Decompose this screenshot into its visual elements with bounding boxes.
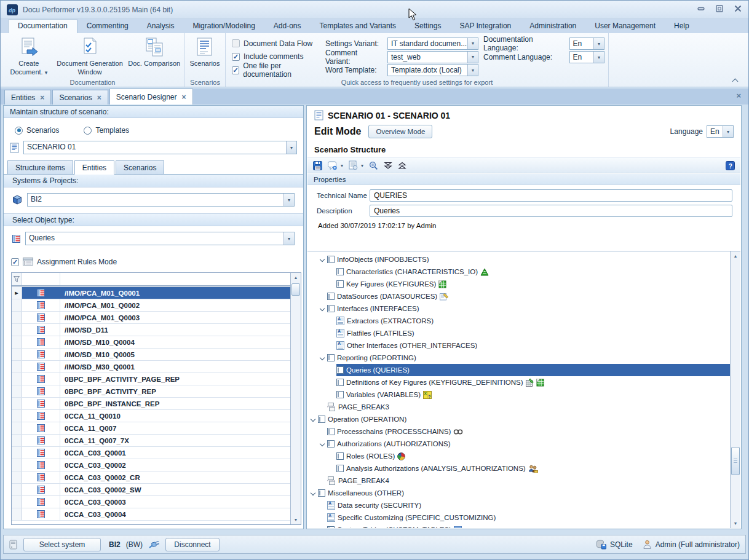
- expand-all-icon[interactable]: [384, 161, 392, 170]
- table-row[interactable]: 0CCA_C03_Q0001: [12, 447, 290, 459]
- radio-templates[interactable]: Templates: [84, 126, 129, 135]
- doc-tab-entities[interactable]: Entities×: [4, 90, 51, 105]
- scenarios-button[interactable]: Scenarios: [185, 35, 224, 77]
- combo-comment-language[interactable]: En▾: [569, 51, 604, 63]
- tree-item-analysis-authorizations-analysis-authorizations[interactable]: Analysis Authorizations (ANALYSIS_AUTHOR…: [307, 462, 730, 475]
- language-select[interactable]: En ▾: [707, 125, 734, 138]
- table-scrollbar[interactable]: ▲ ▼: [290, 273, 301, 524]
- tree-checkbox[interactable]: [336, 465, 344, 472]
- menu-tab-sap-integration[interactable]: SAP Integration: [450, 19, 520, 33]
- tree-item-other-interfaces-other-interfaces[interactable]: AOther Interfaces (OTHER_INTERFACES): [307, 339, 730, 352]
- select-system-button[interactable]: Select system: [23, 538, 101, 551]
- tabstrip-close-icon[interactable]: ×: [736, 91, 741, 100]
- menu-tab-help[interactable]: Help: [665, 19, 699, 33]
- menu-tab-settings[interactable]: Settings: [405, 19, 450, 33]
- combo-settings-variant[interactable]: IT standard documen...▾: [387, 37, 478, 50]
- tree-checkbox[interactable]: [336, 268, 344, 275]
- tab-entities[interactable]: Entities: [74, 160, 114, 175]
- filter-cell-icon[interactable]: [22, 273, 60, 285]
- tree-item-miscellaneous-other[interactable]: Miscellaneous (OTHER): [307, 487, 730, 499]
- tab-close-icon[interactable]: ×: [97, 93, 101, 102]
- doc-tab-scenario-designer[interactable]: Scenario Designer×: [109, 89, 193, 105]
- tab-close-icon[interactable]: ×: [40, 93, 44, 102]
- restore-icon[interactable]: [715, 4, 724, 13]
- chevron-down-icon[interactable]: ▾: [283, 194, 294, 206]
- tree-item-page-break4[interactable]: PAGE_BREAK4: [307, 475, 730, 487]
- filter-funnel-icon[interactable]: [12, 273, 22, 285]
- expander-icon[interactable]: [310, 413, 318, 425]
- tree-item-extractors-extractors[interactable]: AExtractors (EXTRACTORS): [307, 315, 730, 327]
- overview-mode-button[interactable]: Overview Mode: [368, 125, 432, 138]
- tree-item-reporting-reporting[interactable]: Reporting (REPORTING): [307, 352, 730, 364]
- scenario-select[interactable]: SCENARIO 01 ▾: [23, 141, 297, 154]
- scrollbar-thumb[interactable]: [731, 447, 740, 475]
- expander-icon[interactable]: [319, 438, 327, 450]
- doc-comparison-button[interactable]: Doc. Comparison: [125, 35, 183, 77]
- tree-item-flatfiles-flatfiles[interactable]: AFlatfiles (FLATFILES): [307, 327, 730, 339]
- assignment-rules-mode-row[interactable]: ✓ Assignment Rules Mode: [4, 252, 303, 267]
- disconnect-button[interactable]: Disconnect: [165, 538, 220, 551]
- table-row[interactable]: /IMO/PCA_M01_Q0002: [12, 299, 290, 312]
- tree-checkbox[interactable]: [327, 440, 335, 448]
- tree-item-page-break3[interactable]: PAGE_BREAK3: [307, 401, 730, 413]
- checkbox-icon[interactable]: ✓: [232, 53, 240, 61]
- chevron-down-icon[interactable]: ▾: [467, 38, 478, 49]
- tab-structure-items[interactable]: Structure items: [7, 160, 73, 175]
- collapse-ribbon-icon[interactable]: [732, 79, 739, 83]
- chevron-down-icon[interactable]: ▾: [593, 38, 604, 49]
- chevron-down-icon[interactable]: ▾: [467, 65, 478, 76]
- object-type-select[interactable]: Queries ▾: [25, 232, 295, 245]
- table-row[interactable]: /IMO/SD_M10_Q0004: [12, 336, 290, 349]
- table-row[interactable]: 0CCA_11_Q007: [12, 422, 290, 435]
- tree-item-key-figures-keyfigures[interactable]: Key Figures (KEYFIGURES): [307, 278, 730, 290]
- collapse-all-icon[interactable]: [398, 161, 406, 170]
- ribbon-option-document-data-flow[interactable]: Document Data Flow: [232, 37, 325, 50]
- combo-comment-variant[interactable]: test_web▾: [387, 51, 478, 63]
- tree-checkbox[interactable]: [318, 489, 325, 497]
- system-select[interactable]: BI2 ▾: [27, 193, 295, 207]
- tree-item-authorizations-authorizations[interactable]: Authorizations (AUTHORIZATIONS): [307, 438, 730, 450]
- tab-close-icon[interactable]: ×: [181, 93, 186, 101]
- scroll-up-icon[interactable]: ▲: [291, 273, 301, 282]
- tree-item-variables-variables[interactable]: Variables (VARIABLES)X?: [307, 388, 730, 401]
- technical-name-field[interactable]: [370, 189, 732, 202]
- radio-scenarios[interactable]: Scenarios: [15, 126, 59, 135]
- tree-checkbox[interactable]: [336, 366, 344, 374]
- chevron-down-icon[interactable]: ▾: [723, 126, 733, 137]
- doc-tab-scenarios[interactable]: Scenarios×: [52, 90, 108, 105]
- chevron-down-icon[interactable]: ▾: [286, 141, 296, 154]
- menu-tab-administration[interactable]: Administration: [520, 19, 585, 33]
- combo-documentation-language[interactable]: En▾: [569, 37, 604, 50]
- assignment-rules-checkbox[interactable]: ✓: [11, 258, 19, 266]
- document-options-icon[interactable]: [349, 160, 358, 170]
- table-row[interactable]: /IMO/SD_D11: [12, 324, 290, 336]
- combo-word-template[interactable]: Template.dotx (Local)▾: [387, 64, 478, 76]
- tree-checkbox[interactable]: [318, 416, 325, 423]
- menu-tab-documentation[interactable]: Documentation: [8, 19, 77, 33]
- checkbox-icon[interactable]: [232, 39, 240, 47]
- menu-tab-templates-and-variants[interactable]: Templates and Variants: [311, 19, 406, 33]
- chevron-down-icon[interactable]: ▾: [283, 232, 294, 245]
- create-document-button[interactable]: Create Document. ▾: [3, 35, 55, 77]
- menu-tab-commenting[interactable]: Commenting: [77, 19, 138, 33]
- scroll-down-icon[interactable]: ▼: [291, 515, 301, 524]
- tree-item-infoobjects-infoobjects[interactable]: InfoObjects (INFOOBJECTS): [307, 253, 730, 266]
- description-field[interactable]: [370, 205, 732, 217]
- tree-item-roles-roles[interactable]: Roles (ROLES): [307, 450, 730, 462]
- menu-tab-migration-modeling[interactable]: Migration/Modeling: [183, 19, 264, 33]
- tree-item-queries-queries[interactable]: Queries (QUERIES): [307, 364, 730, 376]
- scroll-up-icon[interactable]: ▲: [731, 251, 740, 261]
- tree-checkbox[interactable]: [327, 428, 335, 435]
- table-row[interactable]: 0CCA_C03_Q0002_SW: [12, 484, 290, 496]
- search-icon[interactable]: [369, 161, 378, 170]
- table-row[interactable]: 0CCA_11_Q0010: [12, 410, 290, 422]
- document-generation-window-button[interactable]: Document Generation Window: [55, 35, 125, 77]
- table-row[interactable]: 0BPC_BPF_INSTANCE_REP: [12, 398, 290, 410]
- tree-checkbox[interactable]: [336, 452, 344, 460]
- tree-item-specific-customizing-specific-customizing[interactable]: ASpecific Customizing (SPECIFIC_CUSTOMIZ…: [307, 511, 730, 524]
- menu-tab-user-management[interactable]: User Management: [585, 19, 665, 33]
- tree-checkbox[interactable]: [336, 391, 344, 398]
- tree-checkbox[interactable]: [327, 293, 335, 300]
- chevron-down-icon[interactable]: ▾: [593, 52, 604, 63]
- tree-checkbox[interactable]: [327, 305, 335, 312]
